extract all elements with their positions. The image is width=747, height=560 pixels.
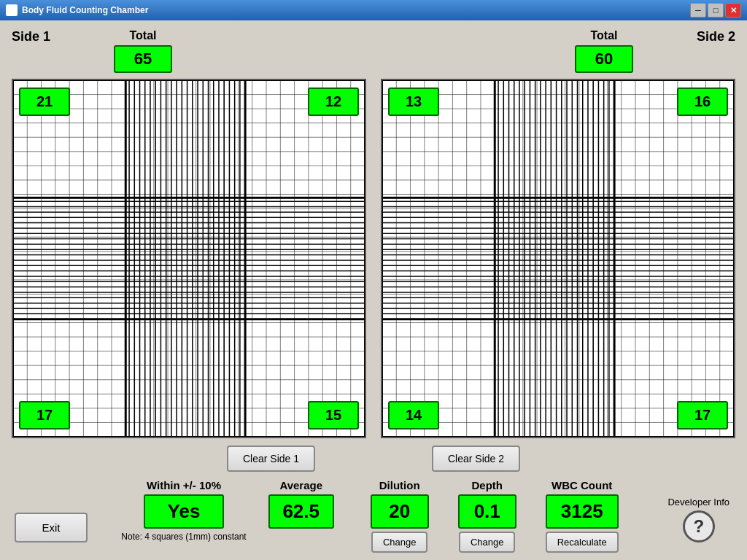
close-button[interactable]: ✕ — [725, 3, 741, 18]
chamber-2: 13 16 14 17 — [381, 79, 735, 438]
clear-side1-button[interactable]: Clear Side 1 — [227, 446, 315, 472]
average-value: 62.5 — [268, 494, 334, 529]
side1-total-label: Total — [129, 29, 156, 42]
chamber2-top-right: 16 — [677, 88, 728, 116]
wbc-label: WBC Count — [551, 479, 612, 491]
stat-note: Note: 4 squares (1mm) constant — [121, 532, 246, 542]
side2-total-value: 60 — [575, 45, 633, 73]
exit-button[interactable]: Exit — [15, 513, 88, 542]
recalculate-button[interactable]: Recalculate — [546, 532, 619, 553]
dilution-value: 20 — [371, 494, 429, 529]
chamber1-top-left: 21 — [19, 88, 70, 116]
title-icon — [6, 4, 18, 16]
change-depth-button[interactable]: Change — [459, 532, 516, 553]
chamber1-bottom-left: 17 — [19, 401, 70, 429]
average-label: Average — [279, 479, 322, 491]
minimize-button[interactable]: ─ — [690, 3, 706, 18]
chamber2-bottom-right: 17 — [677, 401, 728, 429]
developer-info-label: Developer Info — [667, 497, 729, 508]
chamber1-grid — [13, 80, 365, 437]
chamber1-bottom-right: 15 — [308, 401, 359, 429]
chamber1-top-right: 12 — [308, 88, 359, 116]
side2-label: Side 2 — [677, 29, 735, 44]
chamber2-grid — [382, 80, 734, 437]
wbc-value: 3125 — [546, 494, 619, 529]
side1-label: Side 1 — [12, 29, 70, 44]
within-value: Yes — [144, 494, 224, 529]
dilution-label: Dilution — [379, 479, 420, 491]
side1-total-value: 65 — [114, 45, 172, 73]
within-label: Within +/- 10% — [147, 479, 221, 491]
side2-total-label: Total — [590, 29, 617, 42]
chamber2-top-left: 13 — [388, 88, 439, 116]
window-title: Body Fluid Counting Chamber — [22, 5, 148, 15]
chamber2-bottom-left: 14 — [388, 401, 439, 429]
depth-label: Depth — [471, 479, 503, 491]
change-dilution-button[interactable]: Change — [371, 532, 428, 553]
clear-side2-button[interactable]: Clear Side 2 — [432, 446, 520, 472]
svg-rect-0 — [13, 80, 365, 437]
maximize-button[interactable]: □ — [708, 3, 724, 18]
depth-value: 0.1 — [458, 494, 516, 529]
svg-rect-97 — [382, 80, 734, 437]
help-button[interactable]: ? — [683, 510, 715, 542]
chamber-1: 21 12 17 15 — [12, 79, 366, 438]
title-bar: Body Fluid Counting Chamber ─ □ ✕ — [0, 0, 747, 20]
